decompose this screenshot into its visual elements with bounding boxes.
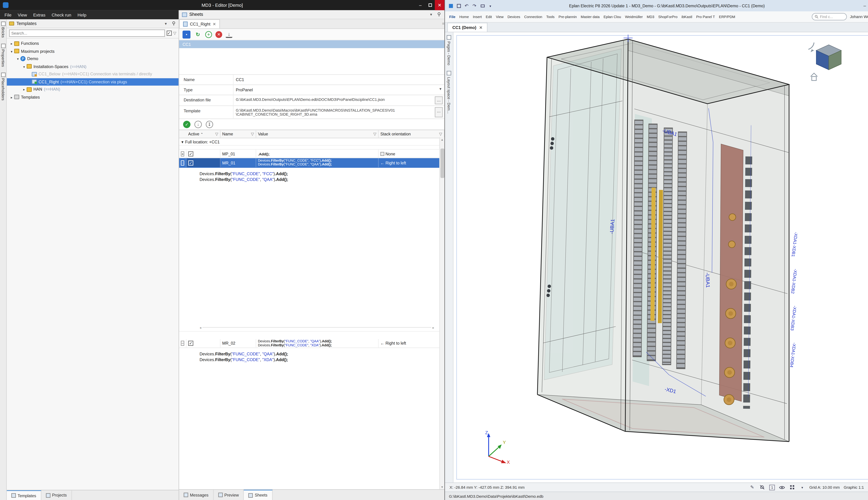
expand-row-icon[interactable]: +: [181, 151, 184, 156]
tree-item-installation-spaces[interactable]: Installation-Spaces (==HAN): [7, 63, 179, 70]
search-input[interactable]: [9, 30, 165, 37]
dock-tab-pages[interactable]: Pages - Demo: [447, 35, 451, 65]
close-tab-icon[interactable]: ✕: [213, 22, 216, 26]
name-field[interactable]: CC1: [233, 75, 444, 84]
home-icon[interactable]: [811, 73, 817, 80]
minimize-icon[interactable]: –: [415, 0, 425, 10]
active-checkbox[interactable]: [188, 151, 193, 156]
group-row[interactable]: Full location: +CC1: [179, 138, 444, 146]
doc-tab-cc1-right[interactable]: CC1_Right ✕: [179, 19, 220, 28]
detail-editor-area[interactable]: ◂▸: [179, 186, 444, 331]
type-select[interactable]: ProPanel▼: [233, 85, 444, 95]
dock-tab-bricks[interactable]: Bricks: [1, 22, 5, 38]
tab-preview[interactable]: Preview: [214, 490, 244, 500]
table-row[interactable]: − MR_02 Devices.FilterBy("FUNC_CODE", "Q…: [179, 339, 444, 348]
ribbon-tab-master-data[interactable]: Master data: [579, 13, 602, 20]
ribbon-tab-pro-panel[interactable]: Pro Panel T: [694, 13, 717, 20]
menu-check-run[interactable]: Check run: [52, 12, 71, 17]
ribbon-tab-md3[interactable]: MD3: [645, 13, 656, 20]
active-checkbox[interactable]: [188, 160, 193, 165]
row-detail-editor[interactable]: Devices.FilterBy("FUNC_CODE", "FCC").Add…: [179, 168, 444, 186]
active-checkbox[interactable]: [188, 341, 193, 346]
filter-icon[interactable]: ▽: [251, 132, 254, 136]
ribbon-tab-ibkastl[interactable]: ibKastl: [679, 13, 694, 20]
pencil-icon[interactable]: ✎: [749, 484, 755, 490]
customize-toolbar-icon[interactable]: ▾: [488, 3, 493, 9]
undo-icon[interactable]: ↶: [464, 3, 469, 9]
rotate-view-icon[interactable]: [808, 43, 814, 49]
ribbon-tab-tools[interactable]: Tools: [544, 13, 557, 20]
scroll-right-icon[interactable]: ▸: [432, 325, 434, 329]
ribbon-tab-preplanning[interactable]: Pre-plannin: [557, 13, 579, 20]
ribbon-tab-file[interactable]: File: [447, 13, 457, 20]
expander-icon[interactable]: [9, 42, 14, 45]
template-field[interactable]: G:\ibKastl.MD3.Demo\Data\Macros\ibKastl\…: [233, 106, 433, 118]
scroll-left-icon[interactable]: ◂: [199, 325, 201, 329]
scrollbar-thumb[interactable]: [440, 149, 444, 178]
expander-icon[interactable]: [22, 88, 26, 91]
chevron-down-icon[interactable]: ▾: [428, 12, 434, 17]
table-row[interactable]: + MP_01 .Add(); None: [179, 150, 444, 158]
tree-item-templates[interactable]: Templates: [7, 93, 179, 101]
grid-toggle-icon[interactable]: [789, 484, 795, 490]
ribbon-tab-eplan-cloud[interactable]: Eplan Clou: [602, 13, 623, 20]
column-active[interactable]: Active⌃▽: [186, 130, 220, 138]
tree-item-han[interactable]: HAN (==HAN): [7, 86, 179, 93]
collapse-row-icon[interactable]: −: [181, 341, 184, 346]
column-value[interactable]: Value▽: [256, 130, 379, 138]
column-stack-orientation[interactable]: Stack orientation▽: [379, 130, 444, 138]
dock-tab-layout-space[interactable]: Layout space - Dem...: [447, 71, 451, 114]
tree-item-functions[interactable]: Functions: [7, 40, 179, 47]
browse-button[interactable]: …: [435, 107, 443, 117]
export-button[interactable]: ↓: [226, 31, 232, 38]
expander-icon[interactable]: [9, 95, 14, 99]
destination-file-field[interactable]: G:\ibKastl.MD3.Demo\Outputs\EPLAN\Demo.e…: [233, 95, 433, 105]
row-detail-editor[interactable]: Devices.FilterBy("FUNC_CODE", "QAA").Add…: [179, 348, 444, 367]
panel-grip-icon[interactable]: ≡: [442, 22, 444, 25]
column-name[interactable]: Name▽: [220, 130, 256, 138]
tab-projects[interactable]: Projects: [41, 490, 72, 500]
menu-help[interactable]: Help: [77, 12, 86, 17]
maximize-icon[interactable]: [425, 0, 435, 10]
menu-view[interactable]: View: [18, 12, 27, 17]
add-button[interactable]: +: [205, 31, 212, 38]
chevron-down-icon[interactable]: ▼: [439, 87, 442, 91]
horizontal-scrollbar[interactable]: ◂▸: [199, 325, 434, 330]
notification-badge[interactable]: 1: [769, 484, 775, 490]
collapse-row-icon[interactable]: −: [181, 160, 184, 165]
ribbon-tab-weidmueller[interactable]: Weidmüller: [623, 13, 645, 20]
scroll-up-icon[interactable]: ▲: [441, 137, 444, 142]
doc-tab-cc1-demo[interactable]: CC1 (Demo) ✕: [447, 23, 488, 32]
ribbon-tab-shopforpro[interactable]: ShopForPro: [656, 13, 679, 20]
pin-icon[interactable]: [171, 21, 176, 26]
tree-item-maximum-projects[interactable]: Maximum projects: [7, 47, 179, 55]
ribbon-tab-connection[interactable]: Connection: [522, 13, 544, 20]
browse-button[interactable]: …: [435, 96, 443, 104]
expander-icon[interactable]: [181, 139, 183, 144]
ribbon-tab-erp-pdm[interactable]: ERP/PDM: [717, 13, 737, 20]
eye-icon[interactable]: [779, 484, 785, 490]
tree-item-cc1-right[interactable]: CC1_Right (==HAN+CC1) Connection via plu…: [7, 78, 179, 86]
bell-off-icon[interactable]: [759, 484, 766, 490]
export-rows-button[interactable]: ↧: [206, 121, 213, 128]
menu-extras[interactable]: Extras: [33, 12, 45, 17]
table-row-selected[interactable]: − MR_01 Devices.FilterBy("FUNC_CODE", "F…: [179, 158, 444, 168]
pin-icon[interactable]: [436, 12, 442, 17]
tab-templates[interactable]: Templates: [7, 490, 41, 500]
chevron-down-icon[interactable]: ▾: [799, 484, 805, 490]
filter-icon[interactable]: ▽: [173, 31, 176, 35]
dock-tab-properties[interactable]: Properties: [1, 43, 5, 67]
navigation-cube[interactable]: [806, 37, 847, 83]
vertical-scrollbar[interactable]: ▲ ▼: [439, 137, 444, 489]
filter-checkbox[interactable]: [167, 31, 172, 36]
filter-icon[interactable]: ▽: [374, 132, 377, 136]
drawing-canvas[interactable]: -UBA1 -UBA1 -UBA1 -XD1 -XDA1-XDB1 -XDA1-…: [454, 32, 868, 482]
run-button[interactable]: ✓: [183, 121, 191, 128]
minimize-icon[interactable]: –: [860, 1, 868, 11]
scroll-down-icon[interactable]: ▼: [441, 485, 444, 489]
expander-icon[interactable]: [22, 65, 26, 68]
ribbon-tab-view[interactable]: View: [494, 13, 505, 20]
expander-icon[interactable]: [9, 49, 14, 53]
close-icon[interactable]: ✕: [435, 0, 444, 10]
find-input[interactable]: Find c...: [812, 13, 847, 20]
